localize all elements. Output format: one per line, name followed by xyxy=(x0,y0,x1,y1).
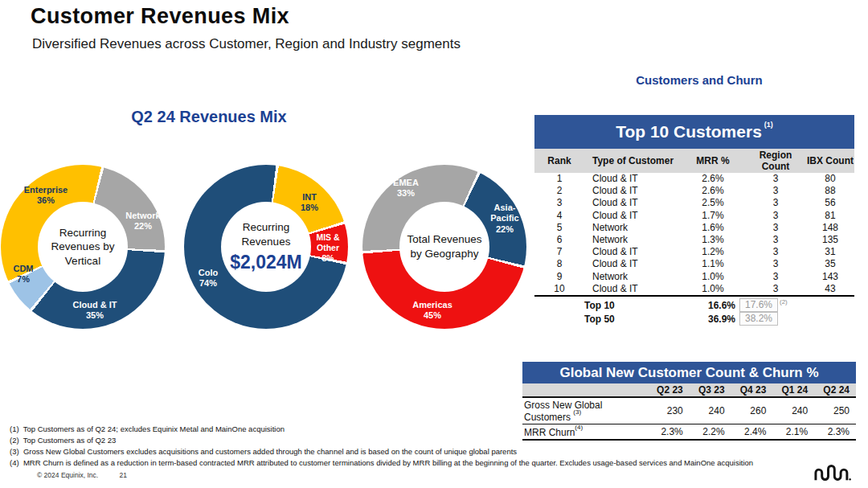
col-header-ibx: IBX Count xyxy=(806,149,854,173)
top10-current-value: 16.6% xyxy=(679,300,735,311)
segment-label-colo: Colo 74% xyxy=(187,268,229,289)
cell-rank: 8 xyxy=(534,258,584,270)
page-subtitle: Diversified Revenues across Customer, Re… xyxy=(32,36,461,52)
footnotes: (1) Top Customers as of Q2 24; excludes … xyxy=(10,424,753,470)
table-row: 5Network1.6%3148 xyxy=(534,222,854,234)
row-label-gross-new: Gross New Global Customers (3) xyxy=(522,397,648,424)
col-header-q2-23: Q2 23 xyxy=(648,383,690,397)
donut-center-label: Total Revenues by Geography xyxy=(399,202,489,292)
global-header-row: Q2 23 Q3 23 Q4 23 Q1 24 Q2 24 xyxy=(522,383,856,397)
footnote-ref-1: (1) xyxy=(764,121,773,129)
cell-ibx: 31 xyxy=(806,246,854,258)
segment-label-mis-other: MIS & Other 8% xyxy=(306,232,350,263)
cell-mrr: 1.7% xyxy=(681,210,745,222)
cell-mrr: 2.6% xyxy=(681,173,745,185)
cell-mrr: 1.0% xyxy=(681,283,745,295)
col-header-rank: Rank xyxy=(534,149,584,173)
cell-region: 3 xyxy=(745,173,806,185)
equinix-logo-icon xyxy=(813,464,852,482)
cell-rank: 2 xyxy=(534,185,584,197)
summary-row-top10: Top 10 16.6% 17.6% (2) xyxy=(534,298,854,312)
cell-mrr: 2.6% xyxy=(681,185,745,197)
table-row: Gross New Global Customers (3) 230 240 2… xyxy=(522,397,856,424)
table-row: 6Network1.3%3135 xyxy=(534,234,854,246)
cell-mrr: 2.5% xyxy=(681,197,745,209)
col-header-blank xyxy=(522,383,648,397)
top50-prior-value: 38.2% xyxy=(739,312,778,326)
cell-mrr: 1.6% xyxy=(681,222,745,234)
top10-table-title: Top 10 Customers(1) xyxy=(534,115,854,149)
table-row: 2Cloud & IT2.6%388 xyxy=(534,185,854,197)
equinix-logo xyxy=(813,464,852,485)
segment-label-asia-pacific: Asia- Pacific 22% xyxy=(480,203,530,235)
cell-type: Cloud & IT xyxy=(584,173,681,185)
cell-value: 2.3% xyxy=(814,424,856,441)
cell-type: Cloud & IT xyxy=(584,210,681,222)
donut-chart-vertical: Enterprise 36% Network 22% CDM 7% Cloud … xyxy=(1,165,165,329)
cell-ibx: 148 xyxy=(806,222,854,234)
cell-rank: 3 xyxy=(534,197,584,209)
segment-label-cdm: CDM 7% xyxy=(2,264,44,285)
cell-type: Cloud & IT xyxy=(584,246,681,258)
col-header-q3-23: Q3 23 xyxy=(690,383,731,397)
top10-header-row: Rank Type of Customer MRR % Region Count… xyxy=(534,149,854,173)
cell-mrr: 1.1% xyxy=(681,258,745,270)
cell-value: 240 xyxy=(772,397,814,424)
cell-value: 260 xyxy=(731,397,773,424)
cell-region: 3 xyxy=(745,234,806,246)
cell-rank: 7 xyxy=(534,246,584,258)
col-header-q1-24: Q1 24 xyxy=(772,383,814,397)
segment-label-emea: EMEA 33% xyxy=(382,178,430,199)
cell-type: Cloud & IT xyxy=(584,283,681,295)
customers-churn-heading: Customers and Churn xyxy=(563,73,836,87)
cell-value: 2.1% xyxy=(772,424,814,441)
cell-ibx: 35 xyxy=(806,258,854,270)
col-header-mrr: MRR % xyxy=(681,149,745,173)
cell-value: 230 xyxy=(648,397,690,424)
table-row: 9Network1.0%3143 xyxy=(534,271,854,283)
donut-center-label: Recurring Revenues $2,024M xyxy=(221,202,311,292)
cell-region: 3 xyxy=(745,210,806,222)
cell-ibx: 88 xyxy=(806,185,854,197)
table-row: 3Cloud & IT2.5%356 xyxy=(534,197,854,209)
donut-chart-product: INT 18% MIS & Other 8% Colo 74% Recurrin… xyxy=(184,165,348,329)
cell-ibx: 80 xyxy=(806,173,854,185)
cell-mrr: 1.3% xyxy=(681,234,745,246)
footnote-4: (4) MRR Churn is defined as a reduction … xyxy=(10,458,753,467)
footnote-3: (3) Gross New Global Customers excludes … xyxy=(10,447,753,456)
cell-value: 240 xyxy=(690,397,731,424)
footnote-ref-3: (3) xyxy=(573,408,581,416)
cell-rank: 6 xyxy=(534,234,584,246)
table-row: 8Cloud & IT1.1%335 xyxy=(534,258,854,270)
col-header-region: Region Count xyxy=(745,149,806,173)
cell-ibx: 81 xyxy=(806,210,854,222)
cell-type: Cloud & IT xyxy=(584,258,681,270)
cell-type: Network xyxy=(584,271,681,283)
cell-type: Cloud & IT xyxy=(584,185,681,197)
segment-label-cloud-it: Cloud & IT 35% xyxy=(57,300,133,322)
cell-mrr: 1.0% xyxy=(681,271,745,283)
col-header-type: Type of Customer xyxy=(584,149,681,173)
cell-rank: 5 xyxy=(534,222,584,234)
cell-region: 3 xyxy=(745,185,806,197)
cell-region: 3 xyxy=(745,258,806,270)
global-churn-table-title: Global New Customer Count & Churn % xyxy=(522,362,856,383)
top10-prior-value: 17.6% xyxy=(739,298,778,312)
page-number: 21 xyxy=(120,471,127,479)
donut-center-label: Recurring Revenues by Vertical xyxy=(38,202,128,292)
cell-region: 3 xyxy=(745,246,806,258)
recurring-revenues-value: $2,024M xyxy=(230,252,302,273)
cell-rank: 10 xyxy=(534,283,584,295)
cell-region: 3 xyxy=(745,283,806,295)
top10-customers-table: Top 10 Customers(1) Rank Type of Custome… xyxy=(534,115,854,326)
cell-ibx: 143 xyxy=(806,271,854,283)
segment-label-americas: Americas 45% xyxy=(403,300,462,322)
cell-region: 3 xyxy=(745,197,806,209)
footer: © 2024 Equinix, Inc. 21 xyxy=(37,471,127,479)
cell-mrr: 1.2% xyxy=(681,246,745,258)
cell-type: Network xyxy=(584,234,681,246)
page-title: Customer Revenues Mix xyxy=(31,4,289,29)
footnote-2: (2) Top Customers as of Q2 23 xyxy=(10,436,753,445)
table-row: 10Cloud & IT1.0%343 xyxy=(534,283,854,295)
cell-value: 250 xyxy=(814,397,856,424)
